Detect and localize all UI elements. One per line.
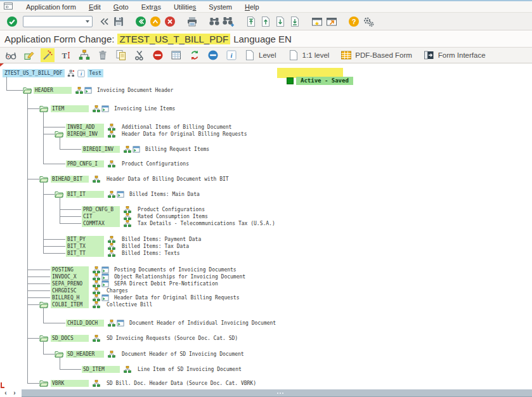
folder-open-icon[interactable] [39,301,48,308]
tree-node-sd-item[interactable]: SD_ITEM [82,366,120,373]
menu-system[interactable]: System [202,3,238,11]
exit-button[interactable] [148,14,162,29]
change-object-button[interactable] [22,48,36,62]
enter-button[interactable] [5,14,18,29]
folder-open-icon[interactable] [39,380,48,387]
folder-open-icon[interactable] [55,131,63,138]
info-icon[interactable]: i [77,70,85,77]
folder-open-icon[interactable] [39,335,48,342]
find-next-button[interactable] [222,14,235,29]
cancel-button[interactable] [163,14,176,29]
tree-connector [60,149,81,150]
display-glasses-button[interactable] [4,48,18,62]
tree-node-child-doch[interactable]: CHILD_DOCH [66,320,104,327]
rename-button[interactable]: T [59,48,73,62]
tree-node-prd-cnfg-b[interactable]: PRD_CNFG_B [82,206,120,213]
tree-node-bit-py[interactable]: BIT_PY [66,236,104,243]
tree-node-bit-tx[interactable]: BIT_TX [66,243,104,250]
tree-node-invbi-add[interactable]: INVBI_ADD [66,124,104,131]
toolbar-group-gap [200,21,207,22]
tree-node-cit[interactable]: CIT [82,213,120,220]
customize-layout-button[interactable] [361,14,375,29]
tree-root-row: ZTEST_US_T_BILL_PDF i Test [3,69,103,77]
new-session-button[interactable]: ★ [310,14,323,29]
menu-extras[interactable]: Extras [135,3,167,11]
tree-connector [43,164,65,164]
level-button[interactable]: Level [243,48,278,62]
menu-application-form[interactable]: Application form [20,3,82,11]
tree-node-header[interactable]: HEADER [34,87,72,94]
scroll-left-arrow[interactable]: ‹ [1,389,10,397]
tree-root-tag[interactable]: Test [88,69,103,77]
folder-open-icon[interactable] [39,176,48,183]
tree-node-sd-header[interactable]: SD_HEADER [66,351,104,358]
magic-wand-button[interactable] [41,48,55,62]
documentation-info-button[interactable]: i [224,48,238,62]
tree-node-bit-tt[interactable]: BIT_TT [66,250,104,257]
menu-help[interactable]: Help [238,3,266,11]
hierarchy-button[interactable] [77,48,91,62]
tree-connector [27,383,39,384]
create-shortcut-button[interactable] [325,14,338,29]
dropdown-chevron-icon[interactable] [86,20,89,23]
tree-node-sd-docs[interactable]: SD_DOCS [51,335,89,342]
save-button[interactable] [112,14,125,29]
structure-node-icon [93,266,100,273]
copy-button[interactable] [114,48,128,62]
command-field[interactable] [23,16,93,27]
scroll-track[interactable] [22,389,532,397]
activate-button[interactable] [206,48,220,62]
structure-node-icon [108,131,115,138]
form-interface-button[interactable]: Form Interface [422,48,487,62]
deactivate-button[interactable] [151,48,165,62]
system-menu-icon[interactable] [3,2,15,11]
folder-open-icon[interactable] [39,105,48,112]
tree-node-bihead-bit[interactable]: BIHEAD_BIT [51,176,89,183]
first-page-button[interactable] [244,14,257,29]
delete-trash-button[interactable] [96,48,110,62]
menu-goto[interactable]: Goto [107,3,135,11]
collapse-button[interactable] [97,14,110,29]
command-input[interactable] [25,17,86,25]
tree-node-billreq-h[interactable]: BILLREQ_H [51,294,89,301]
tree-node-description: Collective Bill [107,301,152,308]
last-page-button[interactable] [288,14,301,29]
tree-node-bit-it[interactable]: BIT_IT [66,191,104,198]
scroll-grip[interactable] [277,393,278,394]
tree-node-item[interactable]: ITEM [51,105,89,112]
tree-node-sepa-preno[interactable]: SEPA_PRENO [51,280,89,287]
cut-scissors-button[interactable] [133,48,146,62]
folder-open-icon[interactable] [55,351,63,358]
field-list-button[interactable] [169,48,183,62]
pdf-based-form-button[interactable]: PDF-Based Form [339,48,413,62]
tree-node-prd-cnfg-i[interactable]: PRD_CNFG_I [66,160,104,167]
tree-connector [27,283,50,284]
structure-node-icon [124,220,131,227]
tree-connector [43,253,65,254]
tree-node-bireqh-inv[interactable]: BIREQH_INV [66,131,104,138]
tree-node-commtax[interactable]: COMMTAX [82,220,120,227]
print-button[interactable] [185,14,198,29]
page-down-button[interactable] [273,14,287,29]
tree-node-posting[interactable]: POSTING [51,266,89,273]
scroll-right-arrow[interactable]: › [10,389,19,397]
help-button[interactable]: ? [347,14,360,29]
table-data-icon [101,280,109,287]
structure-node-icon [75,87,83,94]
check-consistency-button[interactable] [188,48,202,62]
folder-open-icon[interactable] [55,191,63,198]
menu-edit[interactable]: Edit [82,3,107,11]
tree-connector [27,304,39,305]
find-button[interactable] [207,14,221,29]
1-1-level-button[interactable]: 1:1 level [287,48,331,62]
menu-utilities[interactable]: Utilities [167,3,202,11]
tree-node-colbi-item[interactable]: COLBI_ITEM [51,301,89,308]
back-button[interactable] [134,14,147,29]
tree-node-bireqi-inv[interactable]: BIREQI_INV [82,146,120,153]
tree-node-invdoc-x[interactable]: INVDOC_X [51,273,89,280]
tree-node-chrgdisc[interactable]: CHRGDISC [51,287,89,294]
tree-root-node[interactable]: ZTEST_US_T_BILL_PDF [3,69,65,77]
tree-node-vbrk[interactable]: VBRK [51,380,89,387]
page-up-button[interactable] [259,14,272,29]
structure-node-icon [93,335,100,342]
